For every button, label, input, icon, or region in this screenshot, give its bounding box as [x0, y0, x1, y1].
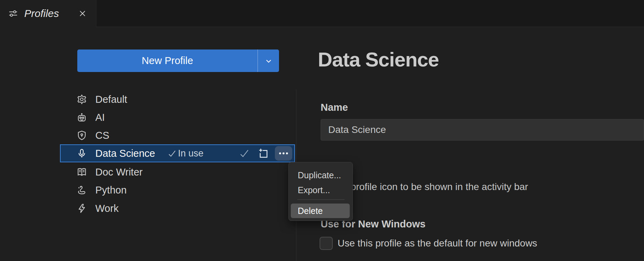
- new-profile-button[interactable]: New Profile: [77, 50, 258, 72]
- profile-list-item-python[interactable]: Python: [60, 181, 295, 199]
- profile-name: Python: [95, 184, 127, 196]
- profile-list-item-doc-writer[interactable]: Doc Writer: [60, 163, 295, 181]
- in-use-badge: In use: [167, 148, 204, 159]
- profile-name: Doc Writer: [95, 166, 142, 178]
- tab-profiles[interactable]: Profiles: [0, 0, 96, 27]
- tab-title: Profiles: [24, 8, 59, 19]
- name-field-label: Name: [321, 102, 348, 113]
- use-profile-check-icon[interactable]: [237, 146, 251, 160]
- new-window-with-profile-icon[interactable]: [256, 146, 270, 160]
- profile-name-input[interactable]: [321, 119, 644, 141]
- row-actions: [237, 146, 294, 161]
- default-for-new-windows-checkbox[interactable]: [320, 237, 333, 250]
- book-icon: [76, 166, 87, 178]
- check-icon: [167, 149, 177, 158]
- profile-list-item-data-science[interactable]: Data Science In use: [60, 144, 295, 162]
- profile-name: Default: [95, 94, 127, 105]
- ellipsis-icon: [278, 147, 289, 159]
- robot-icon: [76, 112, 87, 123]
- menu-item-duplicate[interactable]: Duplicate...: [298, 169, 341, 181]
- profile-name: AI: [95, 112, 105, 123]
- tune-sliders-icon: [8, 8, 19, 19]
- menu-item-export[interactable]: Export...: [298, 184, 330, 196]
- profile-detail-title: Data Science: [318, 48, 439, 71]
- new-profile-dropdown-button[interactable]: [258, 50, 279, 72]
- tab-bar: Profiles: [0, 0, 644, 27]
- profile-context-menu: Duplicate... Export... Delete: [288, 162, 353, 221]
- new-profile-split-button: New Profile: [77, 50, 279, 72]
- menu-separator: [297, 199, 345, 200]
- profile-name: Work: [95, 203, 119, 214]
- lightning-bolt-icon: [76, 203, 87, 214]
- profile-name: CS: [95, 130, 109, 141]
- profile-list-item-work[interactable]: Work: [60, 199, 295, 217]
- default-for-new-windows-row: Use this profile as the default for new …: [320, 237, 537, 250]
- shield-lock-icon: [76, 130, 87, 141]
- gear-icon: [76, 94, 87, 105]
- profile-list-item-cs[interactable]: CS: [60, 126, 295, 144]
- menu-item-delete[interactable]: Delete: [291, 204, 350, 218]
- chevron-down-icon: [263, 56, 274, 66]
- more-actions-button[interactable]: [275, 146, 292, 161]
- profile-list-item-ai[interactable]: AI: [60, 108, 295, 126]
- checkbox-label: Use this profile as the default for new …: [338, 238, 537, 249]
- microphone-icon: [76, 148, 87, 159]
- profile-list-item-default[interactable]: Default: [60, 90, 295, 108]
- profiles-editor-window: Profiles New Profile Default: [0, 0, 644, 261]
- snake-icon: [76, 184, 87, 196]
- close-icon[interactable]: [77, 8, 88, 19]
- profile-name: Data Science: [95, 148, 155, 159]
